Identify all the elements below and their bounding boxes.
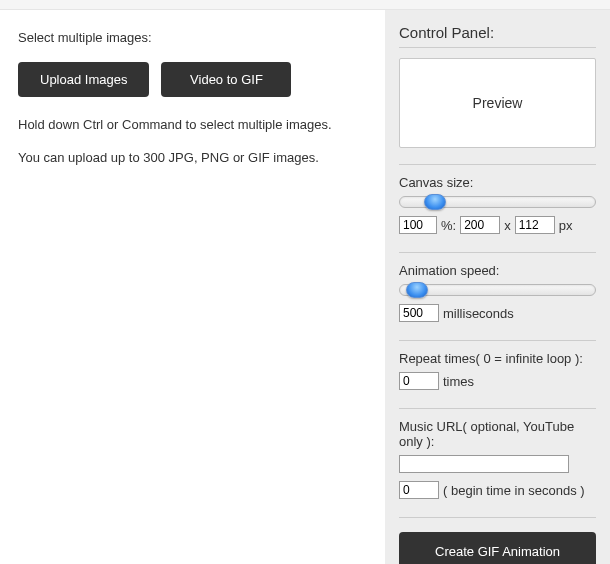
canvas-size-section: Canvas size: %: x px xyxy=(399,175,596,234)
top-bar xyxy=(0,0,610,10)
divider xyxy=(399,252,596,253)
music-section: Music URL( optional, YouTube only ): ( b… xyxy=(399,419,596,499)
preview-label: Preview xyxy=(473,95,523,111)
select-images-label: Select multiple images: xyxy=(18,28,367,48)
times-label: times xyxy=(443,374,474,389)
canvas-height-input[interactable] xyxy=(515,216,555,234)
x-label: x xyxy=(504,218,511,233)
upload-row: Upload Images Video to GIF xyxy=(18,62,367,97)
canvas-size-slider[interactable] xyxy=(399,196,596,208)
percent-label: %: xyxy=(441,218,456,233)
main-layout: Select multiple images: Upload Images Vi… xyxy=(0,10,610,564)
animation-speed-label: Animation speed: xyxy=(399,263,596,278)
control-panel: Control Panel: Preview Canvas size: %: x… xyxy=(385,10,610,564)
help-text-limit: You can upload up to 300 JPG, PNG or GIF… xyxy=(18,148,367,168)
animation-speed-slider[interactable] xyxy=(399,284,596,296)
music-begin-input[interactable] xyxy=(399,481,439,499)
slider-thumb[interactable] xyxy=(424,194,446,210)
divider xyxy=(399,164,596,165)
divider xyxy=(399,517,596,518)
milliseconds-label: milliseconds xyxy=(443,306,514,321)
repeat-label: Repeat times( 0 = infinite loop ): xyxy=(399,351,596,366)
px-label: px xyxy=(559,218,573,233)
divider xyxy=(399,340,596,341)
repeat-section: Repeat times( 0 = infinite loop ): times xyxy=(399,351,596,390)
animation-speed-row: milliseconds xyxy=(399,304,596,322)
animation-speed-section: Animation speed: milliseconds xyxy=(399,263,596,322)
create-gif-button[interactable]: Create GIF Animation xyxy=(399,532,596,564)
video-to-gif-button[interactable]: Video to GIF xyxy=(161,62,291,97)
music-url-input[interactable] xyxy=(399,455,569,473)
animation-speed-input[interactable] xyxy=(399,304,439,322)
repeat-row: times xyxy=(399,372,596,390)
left-pane: Select multiple images: Upload Images Vi… xyxy=(0,10,385,564)
music-url-row xyxy=(399,455,596,473)
control-panel-title: Control Panel: xyxy=(399,24,596,41)
slider-thumb[interactable] xyxy=(406,282,428,298)
begin-time-label: ( begin time in seconds ) xyxy=(443,483,585,498)
canvas-percent-input[interactable] xyxy=(399,216,437,234)
canvas-width-input[interactable] xyxy=(460,216,500,234)
divider xyxy=(399,408,596,409)
preview-box: Preview xyxy=(399,58,596,148)
music-begin-row: ( begin time in seconds ) xyxy=(399,481,596,499)
canvas-size-row: %: x px xyxy=(399,216,596,234)
help-text-ctrl: Hold down Ctrl or Command to select mult… xyxy=(18,115,367,135)
repeat-input[interactable] xyxy=(399,372,439,390)
canvas-size-label: Canvas size: xyxy=(399,175,596,190)
divider xyxy=(399,47,596,48)
music-label: Music URL( optional, YouTube only ): xyxy=(399,419,596,449)
upload-images-button[interactable]: Upload Images xyxy=(18,62,149,97)
